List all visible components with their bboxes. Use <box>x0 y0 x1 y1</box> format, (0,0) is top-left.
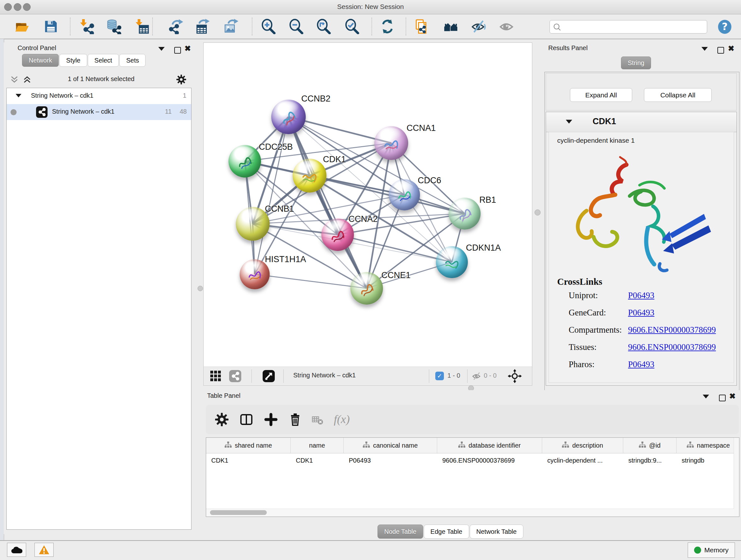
table-cell[interactable]: stringdb:9... <box>623 453 677 468</box>
memory-label: Memory <box>704 546 729 554</box>
crosslink-link[interactable]: P06493 <box>628 308 655 318</box>
network-node-cdc25b[interactable] <box>228 145 261 178</box>
table-horizontal-scrollbar[interactable] <box>206 509 734 516</box>
network-node-ccne1[interactable] <box>350 272 383 305</box>
table-cell[interactable]: cyclin-dependent ... <box>542 453 623 468</box>
zoom-fit-icon[interactable] <box>316 19 331 34</box>
table-cell[interactable]: stringdb <box>677 453 734 468</box>
delete-column-trash-icon[interactable] <box>288 413 302 427</box>
close-panel-icon[interactable]: ✖ <box>728 46 734 51</box>
create-column-plus-icon[interactable] <box>264 413 278 427</box>
crosslink-link[interactable]: 9606.ENSP00000378699 <box>628 325 716 335</box>
crosslink-link[interactable]: 9606.ENSP00000378699 <box>628 342 716 352</box>
table-cell[interactable]: CDK1 <box>206 453 291 468</box>
network-node-cdkn1a[interactable] <box>436 246 468 278</box>
network-options-gear-icon[interactable] <box>176 74 186 84</box>
fit-content-crosshair-icon[interactable] <box>508 369 522 383</box>
zoom-in-icon[interactable] <box>261 19 276 34</box>
node-label-cdkn1a: CDKN1A <box>466 243 501 253</box>
birds-eye-toggle-icon[interactable] <box>263 370 275 382</box>
tab-network-table[interactable]: Network Table <box>470 524 523 539</box>
network-edge[interactable] <box>338 235 452 262</box>
zoom-out-icon[interactable] <box>288 19 304 34</box>
toolbar-search-field[interactable] <box>549 20 707 34</box>
save-session-icon[interactable] <box>43 19 58 34</box>
network-row-selected[interactable]: String Network – cdk1 11 48 <box>7 104 191 120</box>
network-node-ccnb2[interactable] <box>271 100 306 134</box>
right-splitter-handle[interactable] <box>535 209 541 215</box>
column-header-@id[interactable]: @id <box>623 438 677 453</box>
table-vertical-scrollbar[interactable] <box>734 438 739 516</box>
float-panel-icon[interactable] <box>718 47 724 54</box>
collapse-section-icon[interactable] <box>566 120 572 124</box>
close-panel-icon[interactable]: ✖ <box>185 46 191 51</box>
tab-style[interactable]: Style <box>59 54 87 67</box>
table-cell[interactable]: P06493 <box>344 453 437 468</box>
network-node-cdk1[interactable] <box>293 159 327 192</box>
crosslink-link[interactable]: P06493 <box>628 291 655 300</box>
table-cell[interactable]: CDK1 <box>291 453 344 468</box>
tab-node-table[interactable]: Node Table <box>378 524 423 539</box>
network-canvas[interactable]: CCNB2CCNA1CDC25BCDK1CDC6RB1CCNB1CCNA2CDK… <box>203 43 532 367</box>
grid-view-icon[interactable] <box>210 370 221 382</box>
network-node-ccna1[interactable] <box>374 126 408 160</box>
network-badge-gray-icon[interactable] <box>229 370 241 382</box>
float-panel-icon[interactable] <box>719 395 726 401</box>
table-cell[interactable]: 9606.ENSP00000378699 <box>437 453 542 468</box>
warnings-button[interactable] <box>35 543 54 557</box>
node-table[interactable]: shared namenamecanonical namedatabase id… <box>206 437 739 517</box>
float-panel-icon[interactable] <box>174 47 181 54</box>
column-header-description[interactable]: description <box>542 438 623 453</box>
export-image-icon[interactable] <box>224 19 239 34</box>
network-node-cdc6[interactable] <box>389 179 420 210</box>
search-input[interactable] <box>564 22 704 31</box>
tab-network[interactable]: Network <box>22 54 59 67</box>
import-table-icon[interactable] <box>134 19 150 34</box>
tab-select[interactable]: Select <box>88 54 119 67</box>
column-header-canonical-name[interactable]: canonical name <box>344 438 437 453</box>
protein-card-header[interactable]: CDK1 <box>546 112 737 132</box>
tab-sets[interactable]: Sets <box>119 54 145 67</box>
expand-all-button[interactable]: Expand All <box>570 88 632 102</box>
help-icon[interactable]: ? <box>717 19 732 35</box>
close-panel-icon[interactable]: ✖ <box>729 393 736 399</box>
tree-expand-icon[interactable] <box>16 94 21 98</box>
network-edge[interactable] <box>255 117 288 274</box>
column-header-database-identifier[interactable]: database identifier <box>437 438 542 453</box>
refresh-icon[interactable] <box>380 19 395 34</box>
selected-checkbox-icon[interactable]: ✓ <box>435 372 444 380</box>
column-header-shared-name[interactable]: shared name <box>206 438 291 453</box>
column-header-name[interactable]: name <box>291 438 344 453</box>
import-network-icon[interactable] <box>79 19 94 34</box>
bird-eye-view-icon[interactable] <box>499 19 515 34</box>
scrollbar-thumb[interactable] <box>210 510 267 515</box>
home-networks-icon[interactable] <box>444 19 459 34</box>
collapse-panel-icon[interactable] <box>703 395 709 398</box>
collapse-all-button[interactable]: Collapse All <box>644 88 712 102</box>
copy-network-icon[interactable] <box>414 19 429 34</box>
open-session-icon[interactable] <box>14 19 30 34</box>
network-node-rb1[interactable] <box>449 198 481 230</box>
import-network-from-database-icon[interactable] <box>106 19 121 34</box>
column-header-namespace[interactable]: namespace <box>677 438 734 453</box>
crosslink-label: Tissues: <box>569 342 597 352</box>
string-network-badge-icon <box>36 106 48 118</box>
cloud-status-button[interactable] <box>7 543 26 557</box>
network-edge[interactable] <box>310 176 465 213</box>
tab-edge-table[interactable]: Edge Table <box>424 524 469 539</box>
node-table-row[interactable]: CDK1CDK1P064939606.ENSP00000378699cyclin… <box>206 453 734 468</box>
tab-string[interactable]: String <box>621 57 651 69</box>
zoom-selected-icon[interactable] <box>344 19 360 34</box>
network-edge[interactable] <box>255 274 367 288</box>
export-network-icon[interactable] <box>169 19 184 34</box>
crosslink-link[interactable]: P06493 <box>628 360 655 369</box>
collapse-panel-icon[interactable] <box>158 47 165 51</box>
network-collection-row[interactable]: String Network – cdk1 1 <box>7 88 191 104</box>
export-table-icon[interactable] <box>195 19 211 34</box>
collapse-panel-icon[interactable] <box>701 47 708 51</box>
show-hide-graphics-icon[interactable] <box>471 19 486 34</box>
table-options-gear-icon[interactable] <box>215 413 229 427</box>
left-splitter-handle[interactable] <box>198 286 203 291</box>
show-columns-icon[interactable] <box>239 413 253 427</box>
memory-button[interactable]: Memory <box>688 543 735 558</box>
